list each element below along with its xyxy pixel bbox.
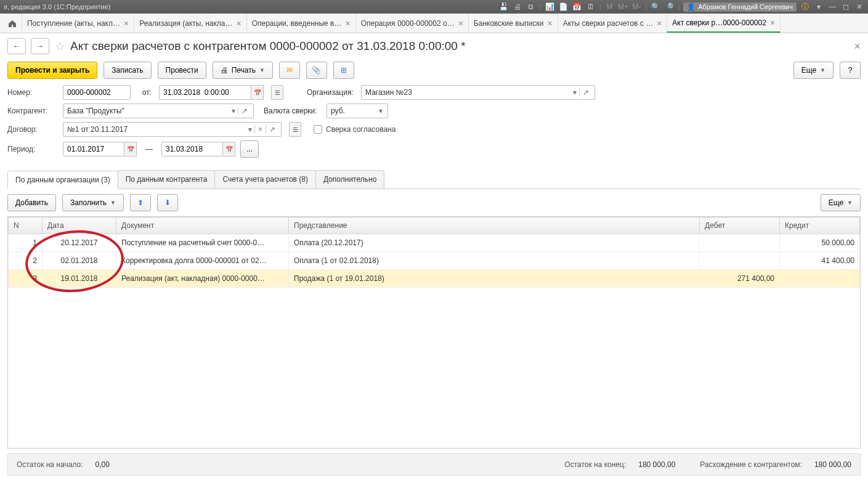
number-input[interactable] [63, 85, 131, 100]
partner-select[interactable]: База "Продукты" ▾ ↗ [63, 104, 254, 118]
table-row[interactable]: 202.01.2018Корректировка долга 0000-0000… [9, 252, 860, 270]
minimize-icon[interactable]: — [827, 2, 837, 12]
tab-2[interactable]: Операции, введенные в…× [247, 14, 356, 33]
cell[interactable]: 20.12.2017 [43, 234, 116, 252]
col-doc-header[interactable]: Документ [116, 218, 289, 234]
nav-forward-button[interactable]: → [31, 38, 49, 54]
open-icon[interactable]: ↗ [266, 125, 278, 134]
calc-icon[interactable]: 📊 [545, 2, 555, 12]
dropdown-icon[interactable]: ▾ [814, 2, 824, 12]
cell[interactable] [780, 270, 860, 288]
nav-back-button[interactable]: ← [7, 38, 26, 54]
date-input[interactable] [159, 85, 251, 100]
chevron-down-icon[interactable]: ▾ [376, 107, 385, 115]
doc-icon[interactable]: 📄 [559, 2, 569, 12]
org-select[interactable]: Магазин №23 ▾ ↗ [361, 85, 595, 100]
zoom-out-icon[interactable]: 🔎 [664, 2, 674, 12]
col-date-header[interactable]: Дата [43, 218, 116, 234]
m-icon[interactable]: M [605, 2, 615, 12]
add-button[interactable]: Добавить [7, 194, 56, 211]
currency-select[interactable]: руб. ▾ [327, 104, 388, 118]
m-minus-icon[interactable]: M- [632, 2, 642, 12]
close-icon[interactable]: × [124, 18, 129, 28]
move-up-button[interactable]: ⬆ [130, 194, 151, 211]
table-more-button[interactable]: Еще ▼ [821, 194, 861, 211]
chevron-down-icon[interactable]: ▾ [229, 107, 238, 115]
fill-button[interactable]: Заполнить ▼ [62, 194, 124, 211]
table-row[interactable]: 319.01.2018Реализация (акт, накладная) 0… [9, 270, 860, 288]
cell[interactable]: Реализация (акт, накладная) 0000-0000… [116, 270, 289, 288]
calendar-button[interactable]: 📅 [124, 142, 137, 157]
print-button[interactable]: 🖨 Печать ▼ [213, 62, 273, 79]
cell[interactable]: Оплата (1 от 02.01.2018) [289, 252, 700, 270]
clear-icon[interactable]: × [254, 125, 266, 134]
user-badge[interactable]: 👤 Абрамов Геннадий Сергеевич [683, 2, 797, 12]
contract-select[interactable]: №1 от 20.11.2017 ▾ × ↗ [63, 122, 282, 137]
cell[interactable]: Продажа (1 от 19.01.2018) [289, 270, 700, 288]
close-icon[interactable]: × [458, 18, 463, 28]
open-icon[interactable]: ↗ [238, 107, 251, 115]
inner-tab-0[interactable]: По данным организации (3) [7, 171, 118, 189]
cell[interactable]: Корректировка долга 0000-000001 от 02… [116, 252, 289, 270]
close-icon[interactable]: × [770, 18, 775, 28]
inner-tab-1[interactable]: По данным контрагента [118, 170, 216, 189]
close-icon[interactable]: × [657, 18, 662, 28]
cell[interactable]: Оплата (20.12.2017) [289, 234, 700, 252]
post-and-close-button[interactable]: Провести и закрыть [7, 62, 97, 79]
post-button[interactable]: Провести [158, 62, 206, 79]
help-button[interactable]: ? [840, 62, 861, 79]
cell[interactable]: 19.01.2018 [43, 270, 116, 288]
data-table[interactable]: N Дата Документ Представление Дебет Кред… [8, 217, 860, 288]
favorite-icon[interactable]: ☆ [54, 39, 65, 54]
maximize-icon[interactable]: ◻ [841, 2, 851, 12]
cell[interactable]: 3 [9, 270, 43, 288]
inner-tab-2[interactable]: Счета учета расчетов (8) [214, 170, 315, 189]
cell[interactable] [700, 234, 780, 252]
contract-extra-button[interactable]: ☰ [289, 122, 301, 137]
col-rep-header[interactable]: Представление [289, 218, 700, 234]
cell[interactable]: 1 [9, 234, 43, 252]
close-window-icon[interactable]: ✕ [854, 2, 864, 12]
info-icon[interactable]: ⓘ [800, 2, 810, 12]
col-cred-header[interactable]: Кредит [780, 218, 860, 234]
tab-0[interactable]: Поступление (акты, накл…× [22, 14, 134, 33]
tab-4[interactable]: Банковские выписки× [469, 14, 558, 33]
cell[interactable]: 2 [9, 252, 43, 270]
more-button[interactable]: Еще ▼ [793, 62, 834, 79]
cell[interactable]: 41 400,00 [780, 252, 860, 270]
structure-button[interactable]: ⊞ [333, 62, 354, 79]
attach-button[interactable]: 📎 [306, 62, 327, 79]
calendar2-icon[interactable]: 🗓 [586, 2, 596, 12]
col-deb-header[interactable]: Дебет [700, 218, 780, 234]
home-tab[interactable] [2, 14, 22, 33]
compare-icon[interactable]: ⧉ [526, 2, 536, 12]
inner-tab-3[interactable]: Дополнительно [315, 170, 384, 189]
write-button[interactable]: Записать [103, 62, 151, 79]
date-extra-button[interactable]: ☰ [271, 85, 283, 100]
close-icon[interactable]: × [237, 18, 241, 28]
chevron-down-icon[interactable]: ▾ [246, 125, 254, 134]
save-icon[interactable]: 💾 [499, 2, 509, 12]
agreed-checkbox[interactable]: Сверка согласована [314, 125, 395, 134]
m-plus-icon[interactable]: M+ [619, 2, 628, 12]
close-icon[interactable]: × [547, 18, 552, 28]
tab-6[interactable]: Акт сверки р…0000-000002× [667, 14, 781, 33]
col-n-header[interactable]: N [9, 218, 43, 234]
zoom-in-icon[interactable]: 🔍 [651, 2, 660, 12]
print-icon[interactable]: 🖨 [513, 2, 522, 12]
period-to-input[interactable] [161, 142, 223, 157]
cell[interactable] [700, 252, 780, 270]
period-more-button[interactable]: ... [240, 140, 259, 158]
calendar-button[interactable]: 📅 [251, 85, 264, 100]
table-row[interactable]: 120.12.2017Поступление на расчетный счет… [9, 234, 860, 252]
chevron-down-icon[interactable]: ▾ [570, 88, 579, 97]
cell[interactable]: 02.01.2018 [43, 252, 116, 270]
cell[interactable]: Поступление на расчетный счет 0000-0… [116, 234, 289, 252]
cell[interactable]: 271 400,00 [700, 270, 780, 288]
period-from-input[interactable] [63, 142, 124, 157]
close-page-icon[interactable]: × [854, 40, 861, 53]
tab-5[interactable]: Акты сверки расчетов с …× [558, 14, 668, 33]
move-down-button[interactable]: ⬇ [157, 194, 178, 211]
close-icon[interactable]: × [345, 18, 350, 28]
tab-1[interactable]: Реализация (акты, накла…× [134, 14, 247, 33]
